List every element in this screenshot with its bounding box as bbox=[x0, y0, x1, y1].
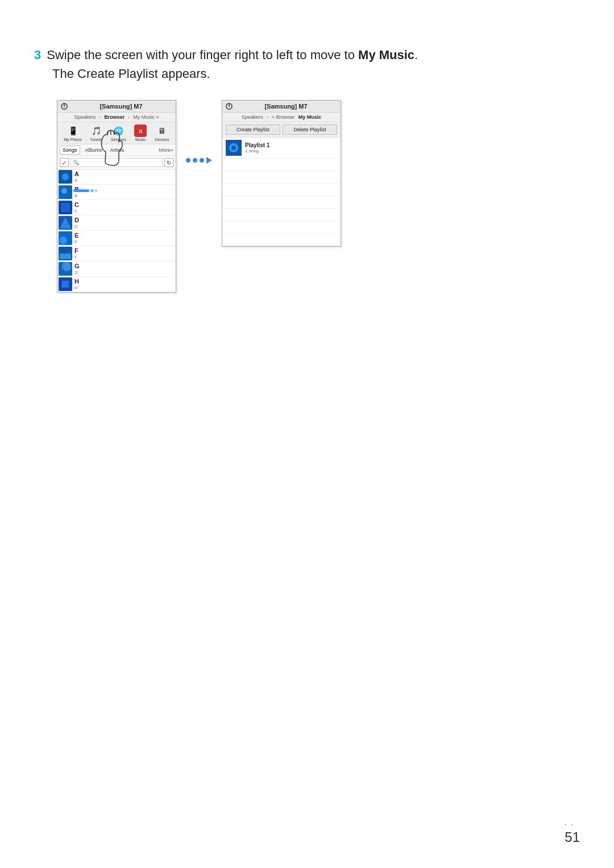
nav-myphone[interactable]: 📱 My Phone bbox=[64, 124, 82, 142]
song-letter-c: C bbox=[74, 201, 79, 209]
dot-1 bbox=[186, 158, 190, 163]
instruction-block: 3Swipe the screen with your finger right… bbox=[34, 45, 580, 83]
song-letter-group-a: A A bbox=[74, 171, 79, 184]
svg-point-9 bbox=[59, 236, 67, 244]
song-row-h[interactable]: H H bbox=[57, 277, 176, 292]
left-screen-nav: Speakers › Browser › My Music » bbox=[57, 113, 176, 122]
devices-label: Devices bbox=[155, 138, 169, 142]
left-nav-mymusic[interactable]: My Music » bbox=[133, 114, 159, 120]
song-subletter-e: E bbox=[74, 239, 78, 245]
left-screen-title: [Samsung] M7 bbox=[70, 103, 172, 110]
instruction-line2: The Create Playlist appears. bbox=[52, 67, 210, 81]
page-dots: · · bbox=[565, 820, 574, 828]
song-letter-group-g: G G bbox=[74, 263, 80, 276]
playlist-thumbnail bbox=[226, 140, 242, 156]
svg-rect-15 bbox=[62, 281, 69, 288]
song-row-c[interactable]: C C bbox=[57, 200, 176, 215]
empty-row-6 bbox=[222, 221, 341, 234]
check-button[interactable]: ✓ bbox=[60, 158, 69, 167]
empty-row-5 bbox=[222, 209, 341, 221]
nav-devices[interactable]: 🖥 Devices bbox=[155, 124, 169, 142]
svg-rect-11 bbox=[60, 254, 71, 259]
song-row-e[interactable]: E E bbox=[57, 231, 176, 246]
page-content: 3Swipe the screen with your finger right… bbox=[34, 45, 580, 293]
song-thumb-c bbox=[59, 201, 72, 214]
left-nav-browser[interactable]: Browser bbox=[104, 114, 125, 120]
playlist-count: 1 song bbox=[245, 148, 269, 153]
transition-arrow bbox=[176, 157, 222, 164]
music-icon: a bbox=[134, 124, 147, 137]
empty-row-7 bbox=[222, 234, 341, 246]
right-screen-title: [Samsung] M7 bbox=[235, 103, 337, 110]
dot-2 bbox=[193, 158, 197, 163]
song-subletter-a: A bbox=[74, 178, 79, 184]
song-letter-e: E bbox=[74, 232, 78, 239]
song-subletter-d: D bbox=[74, 224, 79, 230]
delete-playlist-button[interactable]: Delete Playlist bbox=[283, 124, 337, 135]
song-letter-group-h: H H bbox=[74, 278, 79, 291]
tab-more[interactable]: More» bbox=[159, 147, 173, 153]
search-icon: 🔍 bbox=[73, 160, 79, 165]
power-icon bbox=[61, 103, 68, 110]
song-row-d[interactable]: D D bbox=[57, 215, 176, 231]
empty-row-4 bbox=[222, 196, 341, 209]
song-letter-d: D bbox=[74, 217, 79, 224]
song-thumb-e bbox=[59, 231, 72, 245]
song-list: A A B B bbox=[57, 169, 176, 292]
tab-songs[interactable]: Songs bbox=[60, 146, 80, 155]
swipe-indicator bbox=[73, 189, 97, 192]
song-letter-group-c: C C bbox=[74, 201, 79, 214]
song-thumb-h bbox=[59, 277, 72, 291]
song-thumb-d bbox=[59, 216, 72, 230]
myphone-label: My Phone bbox=[64, 138, 82, 142]
right-power-icon bbox=[226, 103, 233, 110]
song-subletter-c: C bbox=[74, 209, 79, 214]
right-nav-browser[interactable]: < Browser bbox=[272, 114, 295, 120]
song-row-a[interactable]: A A bbox=[57, 169, 176, 185]
song-letter-g: G bbox=[74, 263, 80, 270]
song-thumb-f bbox=[59, 247, 72, 260]
song-subletter-b: B bbox=[74, 193, 79, 199]
page-number: 51 bbox=[565, 829, 580, 845]
create-playlist-button[interactable]: Create Playlist bbox=[226, 124, 280, 135]
step-number: 3 bbox=[34, 48, 41, 62]
instruction-period: . bbox=[414, 48, 418, 62]
arrow-head bbox=[206, 157, 212, 164]
music-label: Music bbox=[135, 138, 146, 142]
song-letter-f: F bbox=[74, 247, 78, 255]
right-screen-nav: Speakers › < Browser My Music bbox=[222, 113, 341, 122]
svg-point-21 bbox=[231, 146, 236, 150]
empty-row-2 bbox=[222, 171, 341, 184]
song-letter-h: H bbox=[74, 278, 79, 285]
svg-point-1 bbox=[62, 173, 69, 180]
left-screen-topbar: [Samsung] M7 bbox=[57, 101, 176, 113]
song-row-b[interactable]: B B bbox=[57, 185, 176, 200]
song-letter-group-d: D D bbox=[74, 217, 79, 230]
playlist-item[interactable]: Playlist 1 1 song bbox=[222, 138, 341, 159]
playlist-name: Playlist 1 bbox=[245, 142, 269, 148]
song-row-g[interactable]: G G bbox=[57, 261, 176, 277]
myphone-icon: 📱 bbox=[67, 124, 79, 137]
instruction-text-before: Swipe the screen with your finger right … bbox=[47, 48, 358, 62]
page-number-container: · · 51 bbox=[565, 816, 580, 845]
song-letter-a: A bbox=[74, 171, 79, 178]
right-nav-mymusic[interactable]: My Music bbox=[298, 114, 322, 120]
left-screenshot: [Samsung] M7 Speakers › Browser › My Mus… bbox=[57, 100, 176, 293]
nav-music[interactable]: a Music bbox=[134, 124, 147, 142]
song-subletter-h: H bbox=[74, 285, 79, 291]
svg-point-3 bbox=[61, 188, 67, 194]
dot-3 bbox=[200, 158, 204, 163]
instruction-bold: My Music bbox=[358, 48, 414, 62]
devices-icon: 🖥 bbox=[156, 124, 168, 137]
arrow-dots bbox=[186, 157, 212, 164]
song-subletter-g: G bbox=[74, 270, 80, 276]
svg-rect-5 bbox=[61, 203, 70, 212]
song-subletter-f: F bbox=[74, 255, 78, 260]
refresh-button[interactable]: ↻ bbox=[164, 158, 173, 167]
playlist-info: Playlist 1 1 song bbox=[245, 142, 269, 153]
svg-point-13 bbox=[62, 262, 71, 271]
hand-gesture bbox=[86, 126, 131, 168]
right-screen-topbar: [Samsung] M7 bbox=[222, 101, 341, 113]
song-row-f[interactable]: F F bbox=[57, 246, 176, 261]
empty-row-3 bbox=[222, 184, 341, 196]
